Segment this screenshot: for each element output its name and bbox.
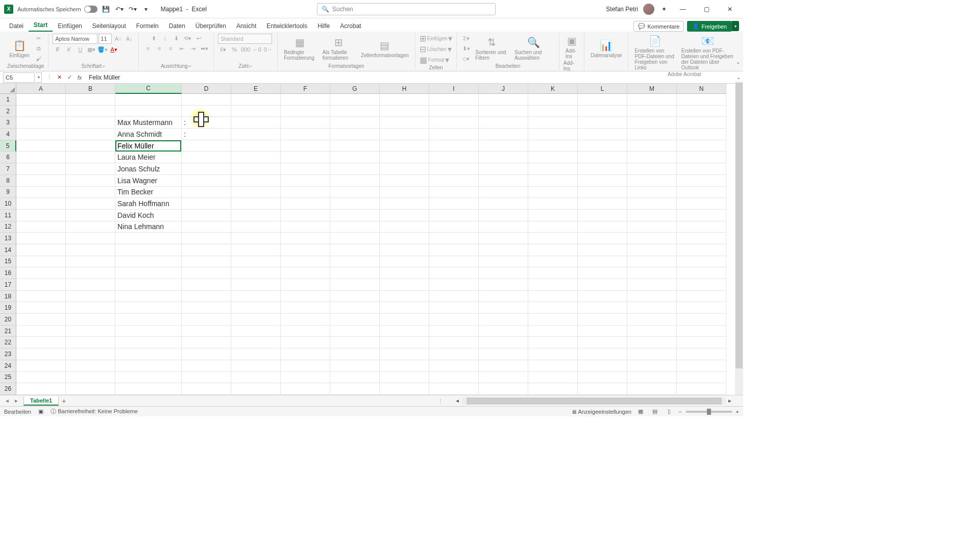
cell[interactable]	[66, 210, 115, 221]
tab-acrobat[interactable]: Acrobat	[335, 20, 366, 32]
cell[interactable]	[16, 233, 66, 244]
cell[interactable]	[578, 117, 627, 129]
cell[interactable]	[281, 267, 330, 279]
column-header[interactable]: H	[380, 84, 429, 94]
row-header[interactable]: 14	[0, 244, 16, 256]
create-pdf-outlook-button[interactable]: 📧Erstellen von PDF-Dateien und Freigeben…	[679, 34, 736, 71]
cell[interactable]	[380, 198, 429, 210]
cell[interactable]: Laura Meier	[115, 152, 182, 163]
cell[interactable]	[16, 163, 66, 175]
cell[interactable]	[281, 256, 330, 268]
cell[interactable]	[182, 314, 231, 325]
cell[interactable]	[115, 348, 182, 360]
cell[interactable]	[677, 383, 726, 395]
cell[interactable]	[66, 106, 115, 117]
name-box[interactable]: C5	[3, 72, 35, 83]
cell[interactable]	[231, 129, 281, 140]
row-header[interactable]: 7	[0, 163, 16, 175]
zoom-out-icon[interactable]: −	[678, 409, 681, 415]
increase-font-icon[interactable]: A↑	[113, 34, 123, 43]
cell[interactable]	[578, 256, 627, 268]
cell[interactable]	[281, 233, 330, 244]
cell[interactable]	[677, 94, 726, 106]
column-header[interactable]: N	[677, 84, 726, 94]
cell[interactable]	[182, 325, 231, 337]
cell[interactable]	[330, 210, 380, 221]
cells-insert-button[interactable]: ⊞ Einfügen▾	[420, 34, 452, 43]
accessibility-status[interactable]: ⓘ Barrierefreiheit: Keine Probleme	[51, 408, 138, 415]
cell[interactable]	[627, 256, 677, 268]
cell[interactable]	[66, 198, 115, 210]
cell[interactable]	[627, 152, 677, 163]
cell[interactable]	[330, 94, 380, 106]
cell[interactable]	[330, 314, 380, 325]
cell[interactable]	[479, 302, 528, 314]
cell[interactable]	[182, 383, 231, 395]
cell[interactable]	[182, 210, 231, 221]
cell[interactable]	[528, 129, 578, 140]
cell[interactable]	[429, 129, 479, 140]
cell[interactable]	[281, 221, 330, 233]
cell[interactable]	[578, 233, 627, 244]
cell[interactable]	[677, 106, 726, 117]
cell[interactable]	[429, 244, 479, 256]
cell[interactable]	[182, 372, 231, 384]
row-header[interactable]: 4	[0, 129, 16, 140]
cell[interactable]	[380, 106, 429, 117]
cell[interactable]	[281, 117, 330, 129]
formula-cancel-icon[interactable]: ⋮	[44, 72, 54, 83]
cell[interactable]	[380, 302, 429, 314]
cell[interactable]	[677, 175, 726, 187]
cell[interactable]	[115, 337, 182, 348]
cell-edit-input[interactable]	[116, 141, 180, 151]
cell[interactable]	[578, 163, 627, 175]
cell[interactable]	[330, 302, 380, 314]
cell[interactable]	[231, 233, 281, 244]
vertical-scrollbar[interactable]	[735, 82, 743, 395]
row-header[interactable]: 20	[0, 314, 16, 325]
cell[interactable]	[677, 198, 726, 210]
cell[interactable]	[182, 140, 231, 152]
merge-icon[interactable]: ⬌▾	[199, 44, 209, 53]
cell[interactable]	[627, 372, 677, 384]
cell[interactable]	[528, 94, 578, 106]
cell[interactable]	[528, 325, 578, 337]
cell[interactable]	[182, 221, 231, 233]
cell[interactable]	[429, 291, 479, 303]
cell[interactable]	[429, 348, 479, 360]
cell[interactable]	[429, 198, 479, 210]
cell[interactable]	[528, 140, 578, 152]
cell[interactable]	[578, 244, 627, 256]
cell[interactable]	[182, 256, 231, 268]
column-header[interactable]: A	[16, 84, 66, 94]
cell[interactable]	[627, 129, 677, 140]
cell[interactable]	[231, 372, 281, 384]
cell[interactable]	[330, 279, 380, 291]
sheet-nav-prev-icon[interactable]: ◄	[3, 397, 11, 405]
cell[interactable]: Nina Lehmann	[115, 221, 182, 233]
column-header[interactable]: E	[231, 84, 281, 94]
cell[interactable]	[528, 152, 578, 163]
font-color-icon[interactable]: A▾	[109, 45, 119, 54]
cell[interactable]	[578, 383, 627, 395]
row-header[interactable]: 16	[0, 267, 16, 279]
save-icon[interactable]: 💾	[102, 5, 111, 14]
cell[interactable]	[330, 198, 380, 210]
find-select-button[interactable]: 🔍Suchen und Auswählen	[512, 35, 555, 62]
cell[interactable]	[330, 291, 380, 303]
row-header[interactable]: 10	[0, 198, 16, 210]
decrease-font-icon[interactable]: A↓	[124, 34, 134, 43]
cell[interactable]	[231, 152, 281, 163]
cell[interactable]	[677, 152, 726, 163]
cell[interactable]	[627, 244, 677, 256]
cell[interactable]	[231, 360, 281, 372]
cell[interactable]	[281, 348, 330, 360]
cell[interactable]	[231, 348, 281, 360]
cell[interactable]	[330, 106, 380, 117]
cell[interactable]	[677, 360, 726, 372]
cell[interactable]	[182, 106, 231, 117]
cell[interactable]	[231, 106, 281, 117]
cell[interactable]	[429, 383, 479, 395]
cell[interactable]	[627, 198, 677, 210]
cell[interactable]	[578, 106, 627, 117]
